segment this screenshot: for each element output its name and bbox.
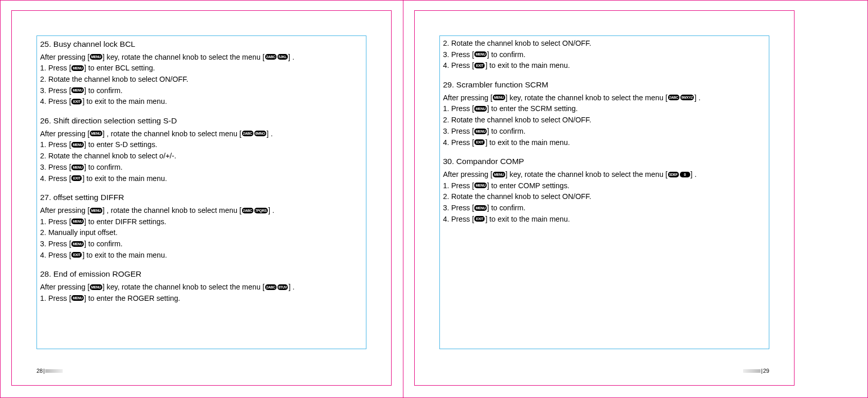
section-29-intro: After pressing [MENU] key, rotate the ch… bbox=[443, 93, 765, 104]
text: 3. Press [ bbox=[443, 204, 474, 212]
text: 3. Press [ bbox=[443, 50, 474, 59]
section-30-intro: After pressing [MENU] key, rotate the ch… bbox=[443, 169, 765, 180]
exit-key-icon: EXIT bbox=[71, 252, 82, 258]
section-28-step4: 4. Press [EXIT] to exit to the main menu… bbox=[443, 60, 765, 71]
menu-key-icon: MENU bbox=[71, 65, 83, 71]
text: 1. Press [ bbox=[40, 140, 71, 149]
text: 1. Press [ bbox=[443, 104, 474, 113]
text: ] to enter COMP settings. bbox=[487, 182, 569, 190]
section-29-step3: 3. Press [MENU] to confirm. bbox=[443, 126, 765, 137]
menu-key-icon: MENU bbox=[90, 284, 102, 290]
footer-bar-icon bbox=[743, 369, 761, 373]
exit-key-icon: EXIT bbox=[71, 175, 82, 181]
menu-key-icon: MENU bbox=[90, 54, 102, 60]
menu-key-icon: MENU bbox=[474, 183, 486, 188]
page-28: 25. Busy channel lock BCL After pressing… bbox=[11, 10, 392, 386]
key-5-icon: 5JKL bbox=[278, 54, 288, 60]
exit-key-icon: EXIT bbox=[474, 63, 485, 68]
section-27-title: 27. offset setting DIFFR bbox=[40, 191, 362, 204]
content-box-right: 2. Rotate the channel knob to select ON/… bbox=[439, 35, 769, 349]
section-28-intro: After pressing [MENU] key, rotate the ch… bbox=[40, 282, 362, 293]
text: ] to confirm. bbox=[487, 127, 526, 135]
key-8-icon: 8TUV bbox=[278, 284, 288, 290]
text: ] to enter the ROGER setting. bbox=[84, 294, 180, 302]
text: ] to confirm. bbox=[84, 240, 123, 248]
section-26-step2: 2. Rotate the channel knob to select o/+… bbox=[40, 151, 362, 162]
text: ] . bbox=[267, 130, 273, 138]
section-27-step1: 1. Press [MENU] to enter DIFFR settings. bbox=[40, 216, 362, 228]
page-footer-left: 28| bbox=[36, 367, 63, 374]
text: ] to exit to the main menu. bbox=[82, 97, 167, 105]
section-26-step3: 3. Press [MENU] to confirm. bbox=[40, 162, 362, 173]
text: ] key, rotate the channel knob to select… bbox=[103, 283, 265, 291]
text: ] to confirm. bbox=[487, 50, 526, 59]
text: ] . bbox=[288, 53, 294, 61]
text: 3. Press [ bbox=[443, 127, 474, 135]
section-29-step1: 1. Press [MENU] to enter the SCRM settin… bbox=[443, 103, 765, 115]
section-29-step2: 2. Rotate the channel knob to select ON/… bbox=[443, 115, 765, 126]
menu-key-icon: MENU bbox=[71, 295, 83, 301]
section-28-step1: 1. Press [MENU] to enter the ROGER setti… bbox=[40, 293, 362, 304]
exit-key-icon: EXIT bbox=[71, 99, 82, 104]
exit-key-icon: EXIT bbox=[474, 216, 485, 222]
key-2-icon: 2ABC bbox=[265, 54, 276, 60]
page-29: 2. Rotate the channel knob to select ON/… bbox=[414, 10, 795, 386]
text: 1. Press [ bbox=[40, 64, 71, 72]
page-footer-right: |29 bbox=[743, 367, 769, 374]
menu-key-icon: MENU bbox=[474, 129, 486, 134]
key-2-icon: 2ABC bbox=[668, 95, 679, 100]
text: ] . bbox=[268, 206, 274, 214]
key-2-icon: 2ABC bbox=[265, 284, 276, 290]
menu-key-icon: MENU bbox=[71, 241, 83, 247]
text: 1. Press [ bbox=[443, 182, 474, 190]
text: ] to enter BCL setting. bbox=[84, 64, 155, 72]
key-6-icon: 6MNO bbox=[254, 131, 266, 136]
page-number: 29 bbox=[763, 368, 769, 374]
menu-key-icon: MENU bbox=[90, 208, 102, 213]
section-25-title: 25. Busy channel lock BCL bbox=[40, 38, 362, 50]
text: ] to enter S-D settings. bbox=[84, 140, 157, 149]
text: ] to confirm. bbox=[487, 204, 526, 212]
text: After pressing [ bbox=[40, 206, 89, 214]
section-29-title: 29. Scrambler function SCRM bbox=[443, 79, 765, 91]
section-28-step3: 3. Press [MENU] to confirm. bbox=[443, 49, 765, 61]
section-30-step3: 3. Press [MENU] to confirm. bbox=[443, 203, 765, 214]
section-26-intro: After pressing [MENU] , rotate the chann… bbox=[40, 129, 362, 140]
section-27-step4: 4. Press [EXIT] to exit to the main menu… bbox=[40, 250, 362, 261]
text: 3. Press [ bbox=[40, 163, 71, 171]
text: ] to exit to the main menu. bbox=[485, 61, 570, 69]
menu-key-icon: MENU bbox=[71, 142, 83, 148]
exit-key-icon: EXIT bbox=[474, 139, 485, 145]
text: 4. Press [ bbox=[40, 174, 71, 183]
key-7-icon: 7PQRS bbox=[254, 208, 268, 213]
text: 1. Press [ bbox=[40, 294, 71, 302]
center-crop-line bbox=[403, 0, 403, 398]
footer-pipe: | bbox=[761, 368, 763, 374]
section-27-intro: After pressing [MENU] , rotate the chann… bbox=[40, 205, 362, 216]
section-27-step3: 3. Press [MENU] to confirm. bbox=[40, 239, 362, 250]
menu-key-icon: MENU bbox=[493, 95, 505, 100]
text: 1. Press [ bbox=[40, 218, 71, 226]
text: ] , rotate the channel knob to select me… bbox=[103, 130, 242, 138]
text: 4. Press [ bbox=[443, 138, 474, 147]
section-28-step2: 2. Rotate the channel knob to select ON/… bbox=[443, 38, 765, 49]
section-30-step2: 2. Rotate the channel knob to select ON/… bbox=[443, 191, 765, 203]
key-3-icon: 3DEF bbox=[668, 172, 679, 177]
text: 3. Press [ bbox=[40, 240, 71, 248]
menu-key-icon: MENU bbox=[474, 106, 486, 112]
section-30-step4: 4. Press [EXIT] to exit to the main menu… bbox=[443, 214, 765, 225]
text: 4. Press [ bbox=[443, 61, 474, 69]
text: ] to exit to the main menu. bbox=[485, 215, 570, 223]
text: 4. Press [ bbox=[443, 215, 474, 223]
section-25-intro: After pressing [MENU] key, rotate the ch… bbox=[40, 52, 362, 63]
section-30-step1: 1. Press [MENU] to enter COMP settings. bbox=[443, 180, 765, 192]
key-2-icon: 2ABC bbox=[242, 131, 253, 136]
menu-key-icon: MENU bbox=[474, 51, 486, 57]
section-25-step1: 1. Press [MENU] to enter BCL setting. bbox=[40, 63, 362, 74]
text: After pressing [ bbox=[443, 170, 492, 178]
text: ] . bbox=[691, 170, 697, 178]
text: 3. Press [ bbox=[40, 86, 71, 95]
text: After pressing [ bbox=[40, 283, 89, 291]
text: After pressing [ bbox=[443, 94, 492, 102]
section-26-title: 26. Shift direction selection setting S-… bbox=[40, 115, 362, 127]
